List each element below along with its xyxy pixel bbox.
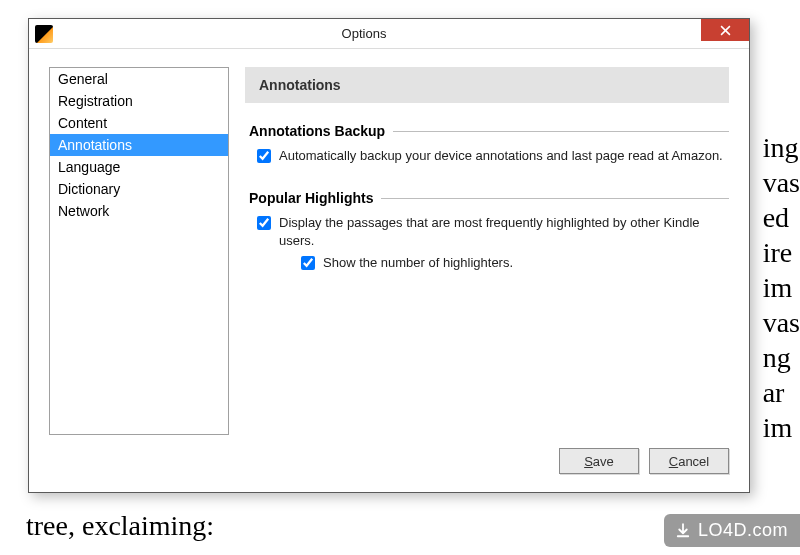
save-button[interactable]: Save xyxy=(559,448,639,474)
row-show-number: Show the number of highlighters. xyxy=(249,252,729,275)
section-title-label: Popular Highlights xyxy=(249,190,373,206)
row-auto-backup: Automatically backup your device annotat… xyxy=(249,145,729,168)
close-icon xyxy=(720,25,731,36)
checkbox-display-passages[interactable] xyxy=(257,216,271,230)
cancel-button-rest: ancel xyxy=(678,454,709,469)
divider xyxy=(393,131,729,132)
label-auto-backup: Automatically backup your device annotat… xyxy=(279,147,723,165)
sidebar-item-annotations[interactable]: Annotations xyxy=(50,134,228,156)
category-list[interactable]: General Registration Content Annotations… xyxy=(49,67,229,435)
sidebar-item-registration[interactable]: Registration xyxy=(50,90,228,112)
divider xyxy=(381,198,729,199)
checkbox-show-number[interactable] xyxy=(301,256,315,270)
sidebar-item-language[interactable]: Language xyxy=(50,156,228,178)
watermark-text: LO4D.com xyxy=(698,520,788,541)
watermark: LO4D.com xyxy=(664,514,800,547)
sidebar-item-content[interactable]: Content xyxy=(50,112,228,134)
sidebar-item-general[interactable]: General xyxy=(50,68,228,90)
titlebar: Options xyxy=(29,19,749,49)
section-title-label: Annotations Backup xyxy=(249,123,385,139)
window-title: Options xyxy=(29,26,699,41)
dialog-footer: Save Cancel xyxy=(29,438,749,492)
background-reader-text: ing vas ed ire im vas ng ar im xyxy=(763,130,800,445)
label-display-passages: Display the passages that are most frequ… xyxy=(279,214,729,250)
cancel-button[interactable]: Cancel xyxy=(649,448,729,474)
panel-title: Annotations xyxy=(245,67,729,103)
sidebar-item-network[interactable]: Network xyxy=(50,200,228,222)
sidebar-item-dictionary[interactable]: Dictionary xyxy=(50,178,228,200)
label-show-number: Show the number of highlighters. xyxy=(323,254,513,272)
options-dialog: Options General Registration Content Ann… xyxy=(28,18,750,493)
save-button-rest: ave xyxy=(593,454,614,469)
row-display-passages: Display the passages that are most frequ… xyxy=(249,212,729,252)
section-annotations-backup: Annotations Backup Automatically backup … xyxy=(245,123,729,168)
checkbox-auto-backup[interactable] xyxy=(257,149,271,163)
close-button[interactable] xyxy=(701,19,749,41)
download-icon xyxy=(674,522,692,540)
app-icon xyxy=(35,25,53,43)
background-reader-text-bottom: tree, exclaiming: xyxy=(26,508,214,543)
section-popular-highlights: Popular Highlights Display the passages … xyxy=(245,190,729,275)
settings-panel: Annotations Annotations Backup Automatic… xyxy=(229,67,729,438)
